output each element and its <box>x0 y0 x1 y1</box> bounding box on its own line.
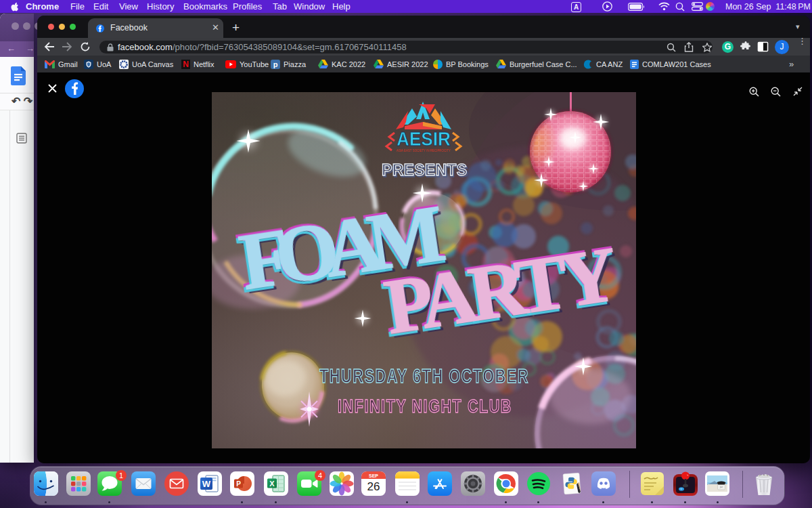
svg-text:ASIA EAST SOCIETY IN RECIPROCI: ASIA EAST SOCIETY IN RECIPROCITY <box>397 148 451 152</box>
svg-text:jar: jar <box>719 485 723 488</box>
svg-text:W: W <box>202 479 211 489</box>
svg-text:INFINITY NIGHT CLUB: INFINITY NIGHT CLUB <box>338 396 512 417</box>
svg-text:PRESENTS: PRESENTS <box>382 161 470 179</box>
svg-text:SEP: SEP <box>369 473 378 478</box>
svg-text:26: 26 <box>367 480 380 493</box>
svg-text:THURSDAY 6TH OCTOBER: THURSDAY 6TH OCTOBER <box>319 365 529 387</box>
svg-text:AESIR: AESIR <box>397 128 451 150</box>
svg-text:X: X <box>269 480 275 488</box>
svg-text:P: P <box>236 480 241 488</box>
